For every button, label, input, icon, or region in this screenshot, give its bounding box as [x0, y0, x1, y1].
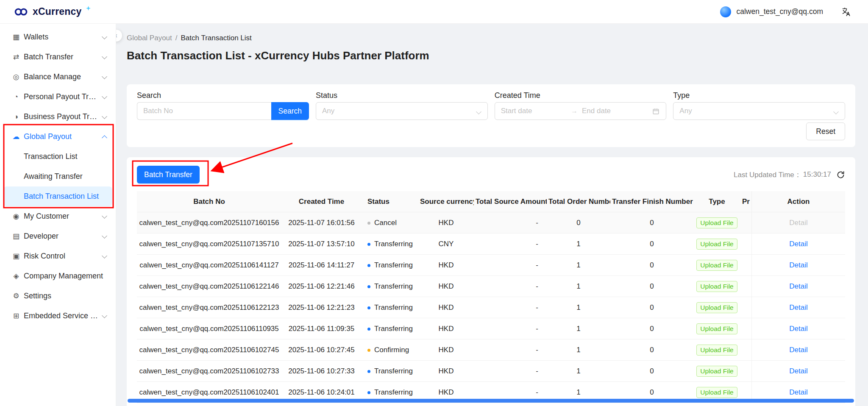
sidebar-item-company-management[interactable]: ◈Company Management [3, 266, 112, 286]
logo-text: xCurrency [33, 6, 82, 17]
cell-status: Transferring [362, 361, 418, 382]
cell-total-source-amount: - [474, 297, 547, 318]
table-row: calwen_test_cny@qq.com202511071601562025… [137, 212, 845, 234]
cell-status: Cancel [362, 212, 418, 234]
breadcrumb: Global Payout / Batch Transaction List [127, 34, 855, 42]
table-row: calwen_test_cny@qq.com202511061411272025… [137, 255, 845, 276]
cell-total-order-number: 1 [547, 339, 610, 361]
cell-source-currency: HKD [418, 255, 474, 276]
sidebar-item-my-customer[interactable]: ◉My Customer [3, 206, 112, 226]
sidebar-item-label: Developer [24, 232, 99, 241]
status-dot [367, 306, 370, 309]
status-select[interactable]: Any [316, 102, 488, 120]
start-date-placeholder[interactable]: Start date [501, 107, 567, 115]
sidebar-item-developer[interactable]: ▤Developer [3, 226, 112, 246]
refresh-icon[interactable] [836, 170, 845, 179]
sidebar-item-risk-control[interactable]: ▣Risk Control [3, 246, 112, 266]
sidebar-item-label: Batch Transfer [24, 53, 99, 61]
horizontal-scrollbar[interactable] [128, 399, 854, 403]
sidebar-item-awaiting-transfer[interactable]: Awaiting Transfer [3, 167, 112, 186]
cell-type: Upload File [693, 212, 740, 234]
table-row: calwen_test_cny@qq.com202511061027332025… [137, 361, 845, 382]
customer-icon: ◉ [12, 212, 20, 221]
reset-button[interactable]: Reset [806, 122, 845, 140]
sidebar-item-wallets[interactable]: ▦Wallets [3, 27, 112, 47]
sidebar-item-personal-payout-trans[interactable]: ◔Personal Payout Trans... [3, 87, 112, 107]
status-filter: Status Any [316, 91, 488, 120]
cell-action: Detail [751, 255, 845, 276]
cell-type: Upload File [693, 234, 740, 255]
date-range-picker[interactable]: Start date → End date [495, 102, 667, 120]
cell-type: Upload File [693, 255, 740, 276]
cell-batch-no: calwen_test_cny@qq.com20251106141127 [137, 255, 281, 276]
sidebar-item-label: Wallets [24, 33, 99, 42]
detail-link[interactable]: Detail [789, 261, 807, 269]
breadcrumb-global-payout[interactable]: Global Payout [127, 34, 172, 42]
sidebar-item-settings[interactable]: ⚙Settings [3, 286, 112, 306]
app-logo[interactable]: xCurrency [14, 6, 91, 17]
cell-total-source-amount: - [474, 212, 547, 234]
type-select[interactable]: Any [673, 102, 845, 120]
sidebar-collapse-button[interactable]: ‹ [116, 30, 122, 42]
cell-action: Detail [751, 234, 845, 255]
risk-icon: ▣ [12, 252, 20, 261]
detail-link[interactable]: Detail [789, 303, 807, 311]
top-bar: xCurrency calwen_test_cny@qq.com [0, 0, 868, 24]
detail-link[interactable]: Detail [789, 325, 807, 333]
type-filter: Type Any [673, 91, 845, 120]
search-input[interactable] [137, 102, 271, 120]
transfer-icon: ⇄ [12, 53, 20, 61]
cell-status: Confirming [362, 339, 418, 361]
cell-created-time: 2025-11-06 10:27:33 [281, 361, 362, 382]
cell-total-order-number: 1 [547, 361, 610, 382]
created-time-label: Created Time [495, 91, 667, 100]
infinity-logo-icon [14, 8, 29, 16]
wallet-icon: ▦ [12, 33, 20, 42]
balance-icon: ◎ [12, 72, 20, 81]
detail-link[interactable]: Detail [789, 388, 807, 396]
cell-progress [740, 212, 751, 234]
detail-link[interactable]: Detail [789, 240, 807, 248]
batch-transfer-button[interactable]: Batch Transfer [137, 166, 200, 184]
sidebar-subitem-label: Transaction List [24, 152, 77, 161]
user-email[interactable]: calwen_test_cny@qq.com [736, 7, 823, 16]
upload-file-tag: Upload File [696, 260, 737, 271]
upload-file-tag: Upload File [696, 345, 737, 356]
cell-type: Upload File [693, 276, 740, 297]
status-dot [367, 391, 370, 394]
sidebar-item-balance-manage[interactable]: ◎Balance Manage [3, 67, 112, 87]
developer-icon: ▤ [12, 232, 20, 241]
sidebar-item-batch-transfer[interactable]: ⇄Batch Transfer [3, 47, 112, 67]
cell-progress [740, 276, 751, 297]
table-row: calwen_test_cny@qq.com202511061221462025… [137, 276, 845, 297]
detail-link[interactable]: Detail [789, 282, 807, 290]
breadcrumb-separator: / [175, 34, 178, 42]
sidebar-item-embedded-service-co[interactable]: ⊞Embedded Service Co... [3, 306, 112, 326]
chevron-down-icon [102, 214, 107, 219]
batch-transaction-table: Batch NoCreated TimeStatusSource currenc… [137, 191, 845, 403]
created-time-filter: Created Time Start date → End date [495, 91, 667, 120]
detail-link[interactable]: Detail [789, 367, 807, 375]
settings-icon: ⚙ [12, 292, 20, 300]
chevron-down-icon [102, 95, 107, 100]
detail-link[interactable]: Detail [789, 346, 807, 354]
content-area: ‹ Global Payout / Batch Transaction List… [116, 24, 868, 406]
detail-link[interactable]: Detail [789, 219, 807, 227]
translate-icon[interactable] [841, 7, 851, 17]
sidebar-item-global-payout[interactable]: ☁Global Payout [3, 127, 112, 147]
cell-total-order-number: 0 [547, 212, 610, 234]
cell-progress [740, 255, 751, 276]
search-button[interactable]: Search [271, 102, 309, 120]
user-avatar[interactable] [720, 6, 731, 17]
cell-total-order-number: 1 [547, 255, 610, 276]
column-header-status: Status [362, 191, 418, 212]
sidebar-item-transaction-list[interactable]: Transaction List [3, 147, 112, 167]
chevron-down-icon [102, 55, 107, 60]
cell-status: Transferring [362, 318, 418, 339]
cell-action: Detail [751, 297, 845, 318]
sidebar-item-label: Business Payout Trans... [24, 112, 99, 121]
end-date-placeholder[interactable]: End date [582, 107, 648, 115]
sidebar-item-business-payout-trans[interactable]: ◑Business Payout Trans... [3, 107, 112, 127]
cell-progress [740, 339, 751, 361]
sidebar-item-batch-transaction-list[interactable]: Batch Transaction List [3, 186, 112, 206]
